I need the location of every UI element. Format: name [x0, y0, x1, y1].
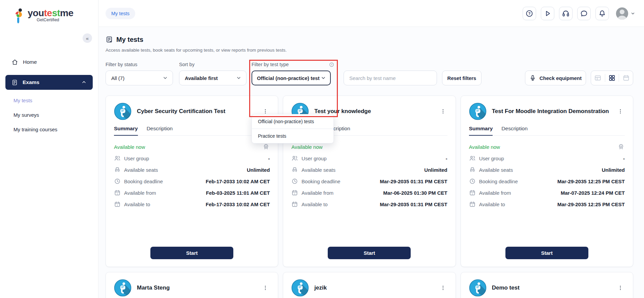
status-available: Available now: [291, 144, 322, 150]
sidebar: youtestme GetCertified « Home Exams My t…: [0, 0, 98, 298]
user-group-icon: [114, 155, 121, 162]
calendar-icon: 1: [291, 201, 298, 208]
user-group-icon: [469, 155, 476, 162]
start-test-button[interactable]: Start: [328, 247, 411, 259]
test-title: Demo test: [492, 284, 520, 292]
main-content: My tests Access available tests, book se…: [99, 27, 644, 298]
start-test-button[interactable]: Start: [150, 247, 233, 259]
filter-test-type-label: Filter by test type: [252, 62, 331, 68]
kebab-menu-icon[interactable]: [616, 107, 625, 116]
chevron-down-icon: [321, 75, 326, 81]
brand-wordmark: youtestme: [28, 8, 74, 18]
reset-filters-button[interactable]: Reset filters: [442, 71, 481, 85]
tests-grid: Cyber Security Certification Test Summar…: [106, 96, 633, 298]
filter-toolbar: Filter by status All (7) Sort by Availab…: [106, 62, 633, 85]
seats-icon: [291, 166, 298, 173]
exams-icon: [11, 79, 18, 86]
breadcrumb[interactable]: My tests: [106, 8, 135, 19]
test-avatar: [114, 103, 131, 120]
table-view-button[interactable]: [594, 74, 602, 82]
support-headphones-button[interactable]: [559, 7, 573, 20]
test-title: jezik: [314, 284, 327, 292]
status-available: Available now: [114, 144, 145, 150]
test-type-dropdown: Official (non-practice) tests Practice t…: [252, 114, 334, 143]
brand-tagline: GetCertified: [28, 18, 59, 22]
svg-text:1: 1: [472, 192, 473, 195]
test-card: jezik: [283, 272, 456, 298]
svg-text:1: 1: [294, 192, 296, 195]
chevron-down-icon: [236, 75, 241, 81]
start-test-button[interactable]: Start: [505, 247, 588, 259]
filter-status-select[interactable]: All (7): [106, 71, 173, 85]
test-card: Demo test: [461, 272, 633, 298]
kebab-menu-icon[interactable]: [439, 283, 447, 292]
test-title: Marta Steng: [137, 284, 170, 292]
test-card: Marta Steng: [106, 272, 278, 298]
calendar-icon: 1: [469, 189, 476, 196]
tab-description[interactable]: Description: [501, 126, 528, 135]
calendar-icon: 1: [114, 201, 121, 208]
chevron-down-icon: [163, 75, 168, 81]
sort-by-select[interactable]: Available first: [179, 71, 246, 85]
dropdown-option-practice[interactable]: Practice tests: [252, 129, 333, 143]
clock-icon: [114, 178, 121, 185]
user-menu[interactable]: [616, 7, 635, 20]
grid-view-button[interactable]: [608, 74, 616, 82]
test-avatar: [114, 279, 131, 297]
page-title: My tests: [116, 36, 143, 44]
divider: [619, 74, 619, 82]
svg-text:?: ?: [331, 63, 332, 66]
filter-test-type-select[interactable]: Official (non-practice) test: [252, 71, 331, 85]
sort-by-label: Sort by: [179, 62, 246, 68]
check-equipment-button[interactable]: Check equipment: [525, 71, 586, 85]
chevron-up-icon: [81, 80, 87, 85]
search-input[interactable]: [349, 75, 431, 81]
tab-description[interactable]: Description: [147, 126, 173, 135]
tutorial-play-button[interactable]: [541, 7, 554, 20]
clock-icon: [469, 178, 476, 185]
test-title: Test For Moodle Integration Demonstratio…: [492, 108, 609, 115]
svg-text:1: 1: [117, 192, 118, 195]
microphone-icon: [529, 75, 536, 81]
test-avatar: [469, 279, 487, 297]
kebab-menu-icon[interactable]: [616, 283, 625, 292]
calendar-icon: 1: [469, 201, 476, 208]
test-title: Cyber Security Certification Test: [137, 108, 225, 115]
sidebar-item-exams[interactable]: Exams: [5, 75, 93, 90]
svg-text:1: 1: [472, 204, 473, 206]
brand-logo[interactable]: youtestme GetCertified: [0, 0, 98, 25]
topbar: My tests ?: [99, 0, 644, 27]
kebab-menu-icon[interactable]: [439, 107, 447, 116]
svg-text:1: 1: [117, 204, 118, 206]
kebab-menu-icon[interactable]: [261, 283, 270, 292]
search-box: [344, 71, 437, 85]
test-card: Test For Moodle Integration Demonstratio…: [461, 96, 633, 267]
chat-button[interactable]: [577, 7, 591, 20]
calendar-view-button[interactable]: [622, 74, 630, 82]
avatar: [616, 7, 628, 20]
tab-summary[interactable]: Summary: [469, 126, 493, 136]
help-button[interactable]: ?: [523, 7, 536, 20]
filter-test-type-help-icon[interactable]: ?: [329, 62, 334, 67]
user-group-icon: [291, 155, 298, 162]
dropdown-option-official[interactable]: Official (non-practice) tests: [252, 114, 333, 129]
clock-icon: [291, 178, 298, 185]
view-toggle: [591, 71, 633, 85]
sidebar-item-my-training-courses[interactable]: My training courses: [0, 122, 98, 137]
sidebar-item-my-tests[interactable]: My tests: [0, 93, 98, 108]
seats-icon: [469, 166, 476, 173]
test-avatar: [469, 103, 487, 120]
notifications-bell-button[interactable]: [595, 7, 609, 20]
sidebar-collapse-button[interactable]: «: [83, 33, 92, 43]
sidebar-item-home[interactable]: Home: [5, 55, 93, 70]
sidebar-item-my-surveys[interactable]: My surveys: [0, 108, 98, 122]
webcam-monitoring-icon: [617, 143, 625, 151]
seats-icon: [114, 166, 121, 173]
filter-status-label: Filter by status: [106, 62, 173, 68]
calendar-icon: 1: [114, 189, 121, 196]
webcam-monitoring-icon: [262, 143, 270, 151]
home-icon: [11, 59, 18, 65]
svg-text:1: 1: [294, 204, 296, 206]
tab-summary[interactable]: Summary: [114, 126, 138, 136]
my-tests-page-icon: [106, 36, 113, 43]
